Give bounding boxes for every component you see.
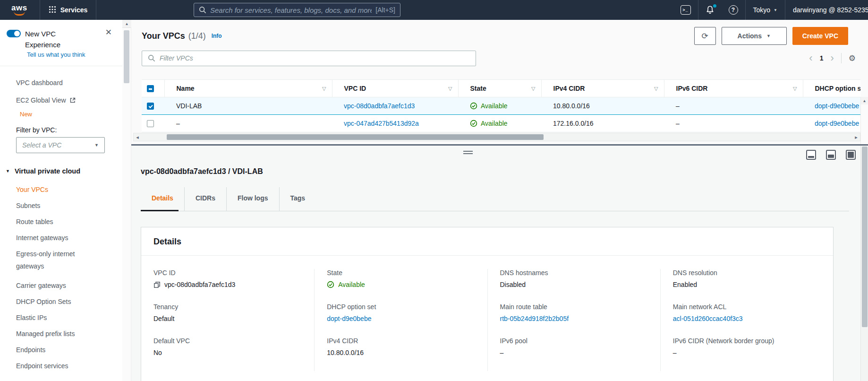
row-checkbox[interactable] — [147, 103, 154, 110]
external-link-icon — [69, 97, 76, 104]
actions-button[interactable]: Actions ▼ — [722, 27, 787, 45]
services-menu-button[interactable]: Services — [40, 0, 96, 20]
refresh-button[interactable]: ⟳ — [694, 27, 716, 45]
vpc-id-link[interactable]: vpc-08d0adbfa7aefc1d3 — [344, 102, 415, 110]
details-scrollbar-thumb[interactable] — [862, 147, 868, 327]
tab-details[interactable]: Details — [141, 187, 184, 211]
account-menu[interactable]: darwinyang @ 8252-5235- — [785, 0, 868, 20]
scroll-up-arrow[interactable]: ▲ — [861, 97, 868, 104]
field-main-route-table: Main route table rtb-05b24d918f2b2b05f — [500, 303, 649, 322]
sidebar-item-elastic-ips[interactable]: Elastic IPs — [16, 312, 97, 324]
sidebar-item-managed-prefix-lists[interactable]: Managed prefix lists — [16, 328, 97, 340]
vpc-filter-select[interactable]: Select a VPC ▼ — [16, 137, 105, 153]
topbar-divider — [96, 0, 96, 20]
column-label: IPv6 CIDR — [676, 85, 708, 92]
sidebar-nav: VPC dashboard EC2 Global View New Filter… — [0, 66, 122, 372]
row-checkbox[interactable] — [147, 120, 154, 127]
aws-logo[interactable]: aws — [11, 4, 27, 16]
copy-icon[interactable] — [153, 281, 161, 288]
panel-size-full-button[interactable] — [846, 150, 856, 160]
global-search-box[interactable]: [Alt+S] — [194, 3, 400, 17]
select-all-checkbox[interactable] — [147, 85, 154, 92]
panel-size-half-button[interactable] — [826, 150, 836, 160]
scroll-right-arrow[interactable]: ▸ — [852, 133, 860, 141]
list-toolbar: ‹ 1 › ⚙ — [142, 50, 856, 66]
sort-icon[interactable]: ▽ — [448, 86, 452, 92]
column-header-vpc-id[interactable]: VPC ID ▽ — [332, 80, 458, 97]
field-value: No — [153, 349, 303, 356]
global-search-input[interactable] — [210, 6, 372, 14]
sort-icon[interactable]: ▽ — [322, 86, 326, 92]
current-page-number[interactable]: 1 — [820, 54, 824, 62]
state-badge: Available — [470, 102, 536, 110]
scroll-up-arrow[interactable]: ▲ — [122, 20, 131, 28]
vpc-select-placeholder: Select a VPC — [22, 141, 61, 149]
column-header-ipv6-cidr[interactable]: IPv6 CIDR ▽ — [664, 80, 803, 97]
main-network-acl-link[interactable]: acl-051d260ccac40f3c3 — [673, 315, 822, 322]
details-card-title: Details — [141, 227, 833, 256]
dhcp-option-set-link[interactable]: dopt-d9e0bebe — [815, 120, 859, 127]
panel-size-small-button[interactable] — [806, 150, 816, 160]
field-ipv6-cidr-nbg: IPv6 CIDR (Network border group) – — [673, 337, 822, 356]
feedback-link[interactable]: Tell us what you think — [27, 51, 116, 58]
scroll-left-arrow[interactable]: ◂ — [134, 133, 141, 141]
next-page-button[interactable]: › — [830, 53, 834, 63]
field-label: Main route table — [500, 303, 649, 311]
table-header-row: Name ▽ VPC ID ▽ State ▽ IPv4 CIDR ▽ — [142, 80, 860, 97]
section-virtual-private-cloud[interactable]: ▼ Virtual private cloud — [6, 167, 118, 175]
sidebar-item-internet-gateways[interactable]: Internet gateways — [16, 232, 97, 244]
column-header-name[interactable]: Name ▽ — [164, 80, 332, 97]
main-route-table-link[interactable]: rtb-05b24d918f2b2b05f — [500, 315, 649, 322]
details-column: State Available DHCP option set dopt-d9e… — [314, 269, 487, 371]
sidebar-item-subnets[interactable]: Subnets — [16, 199, 97, 212]
panel-drag-handle[interactable] — [463, 151, 473, 156]
sidebar-item-label: VPC dashboard — [16, 78, 63, 87]
cloudshell-button[interactable]: >_ — [673, 0, 698, 20]
tab-flow-logs[interactable]: Flow logs — [226, 187, 279, 211]
field-dns-resolution: DNS resolution Enabled — [673, 269, 822, 288]
column-label: DHCP option sets — [815, 85, 861, 92]
field-label: DNS hostnames — [500, 269, 649, 277]
new-experience-toggle[interactable] — [7, 30, 21, 37]
topbar-right-group: >_ ? Tokyo ▼ darwinyang @ 8252-5235- — [673, 0, 868, 20]
vpc-id-link[interactable]: vpc-047ad427b5413d92a — [344, 120, 419, 127]
sidebar-item-egress-only-internet-gateways[interactable]: Egress-only internet gateways — [16, 248, 97, 272]
tab-cidrs[interactable]: CIDRs — [184, 187, 226, 211]
table-horizontal-scrollbar: ◂ ▸ — [133, 133, 860, 141]
horizontal-scrollbar-thumb[interactable] — [167, 134, 544, 140]
sidebar-item-vpc-dashboard[interactable]: VPC dashboard — [16, 78, 118, 87]
region-selector[interactable]: Tokyo ▼ — [746, 0, 785, 20]
panel-view-toggles — [806, 150, 856, 160]
sidebar-scrollbar-thumb[interactable] — [124, 30, 129, 83]
sidebar-item-route-tables[interactable]: Route tables — [16, 216, 97, 228]
close-icon[interactable]: ✕ — [105, 27, 112, 37]
sidebar-item-endpoint-services[interactable]: Endpoint services — [16, 360, 97, 372]
create-vpc-button[interactable]: Create VPC — [792, 27, 848, 45]
sort-icon[interactable]: ▽ — [654, 86, 658, 92]
notifications-button[interactable] — [698, 0, 722, 20]
filter-vpcs-box[interactable] — [142, 51, 476, 66]
state-label: Available — [481, 102, 508, 110]
column-header-ipv4-cidr[interactable]: IPv4 CIDR ▽ — [541, 80, 664, 97]
help-button[interactable]: ? — [722, 0, 745, 20]
previous-page-button[interactable]: ‹ — [809, 53, 812, 63]
filter-vpcs-input[interactable] — [160, 54, 470, 62]
actions-label: Actions — [738, 32, 762, 40]
field-label: VPC ID — [153, 269, 303, 277]
filter-by-vpc-label: Filter by VPC: — [16, 126, 118, 134]
sidebar-item-endpoints[interactable]: Endpoints — [16, 344, 97, 356]
info-link[interactable]: Info — [212, 33, 222, 39]
sidebar-item-ec2-global-view[interactable]: EC2 Global View — [16, 96, 118, 104]
sidebar-item-dhcp-option-sets[interactable]: DHCP Option Sets — [16, 295, 97, 308]
sidebar-item-carrier-gateways[interactable]: Carrier gateways — [16, 279, 97, 292]
sidebar-item-your-vpcs[interactable]: Your VPCs — [16, 183, 97, 196]
state-badge: Available — [327, 281, 476, 288]
dhcp-option-set-link[interactable]: dopt-d9e0bebe — [327, 315, 476, 322]
sort-icon[interactable]: ▽ — [793, 86, 797, 92]
gear-icon[interactable]: ⚙ — [849, 53, 856, 63]
sort-icon[interactable]: ▽ — [531, 86, 535, 92]
tab-tags[interactable]: Tags — [279, 187, 316, 211]
column-header-dhcp-option-sets[interactable]: DHCP option sets — [803, 80, 860, 97]
column-header-state[interactable]: State ▽ — [458, 80, 541, 97]
dhcp-option-set-link[interactable]: dopt-d9e0bebe — [815, 102, 859, 110]
